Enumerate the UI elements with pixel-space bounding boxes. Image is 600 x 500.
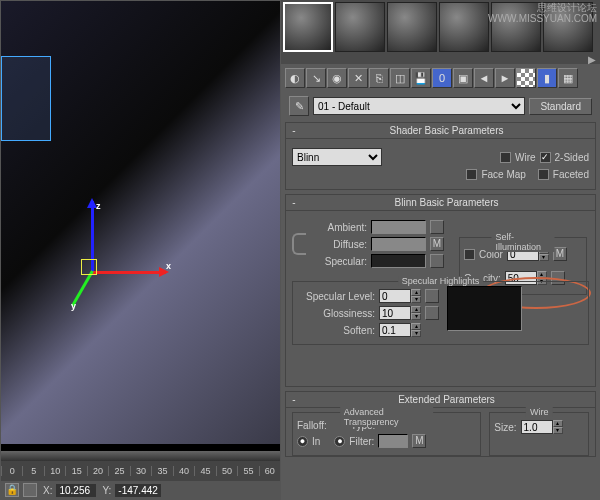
time-slider[interactable] xyxy=(1,451,280,461)
watermark: 思维设计论坛 WWW.MISSYUAN.COM xyxy=(488,2,597,24)
spec-level-map-button[interactable] xyxy=(425,289,439,303)
material-toolbar: ◐ ↘ ◉ ✕ ⎘ ◫ 💾 0 ▣ ◄ ► ▮ ▦ xyxy=(281,64,600,92)
reset-icon[interactable]: ✕ xyxy=(348,68,368,88)
material-slot-4[interactable] xyxy=(439,2,489,52)
assign-icon[interactable]: ◉ xyxy=(327,68,347,88)
axis-y-label: y xyxy=(71,301,76,311)
panel-title: Shader Basic Parameters xyxy=(300,125,593,136)
put-to-scene-icon[interactable]: ↘ xyxy=(306,68,326,88)
key-icon[interactable] xyxy=(23,483,37,497)
coord-y-value[interactable]: -147.442 xyxy=(115,484,160,497)
timeline-tick[interactable]: 35 xyxy=(151,466,172,476)
timeline-tick[interactable]: 60 xyxy=(259,466,280,476)
diffuse-swatch[interactable] xyxy=(371,237,426,251)
viewport-scene[interactable]: x y z xyxy=(1,1,280,444)
lock-ambient-diffuse-icon[interactable] xyxy=(292,233,306,255)
lock-icon[interactable]: 🔒 xyxy=(5,483,19,497)
faceted-checkbox[interactable] xyxy=(538,169,549,180)
material-name-dropdown[interactable]: 01 - Default xyxy=(313,97,525,115)
coord-x-value[interactable]: 10.256 xyxy=(56,484,96,497)
glossiness-spinner[interactable]: ▴▾ xyxy=(379,306,421,320)
timeline-tick[interactable]: 0 xyxy=(1,466,22,476)
panel-title: Blinn Basic Parameters xyxy=(300,197,593,208)
wire-size-spinner[interactable]: ▴▾ xyxy=(521,420,563,434)
material-slot-2[interactable] xyxy=(335,2,385,52)
filter-map-button[interactable]: M xyxy=(412,434,426,448)
panel-title: Extended Parameters xyxy=(300,394,593,405)
timeline-tick[interactable]: 55 xyxy=(237,466,258,476)
axis-x[interactable] xyxy=(91,271,166,274)
timeline-tick[interactable]: 40 xyxy=(173,466,194,476)
collapse-icon[interactable]: - xyxy=(288,394,300,405)
pick-material-icon[interactable]: ✎ xyxy=(289,96,309,116)
filter-swatch[interactable] xyxy=(378,434,408,448)
get-material-icon[interactable]: ◐ xyxy=(285,68,305,88)
specular-highlights-group: Specular Highlights Specular Level:▴▾ Gl… xyxy=(292,281,589,345)
make-copy-icon[interactable]: ⎘ xyxy=(369,68,389,88)
axis-x-label: x xyxy=(166,261,171,271)
wire-checkbox[interactable] xyxy=(500,152,511,163)
timeline-tick[interactable]: 20 xyxy=(87,466,108,476)
coord-y-label: Y: xyxy=(102,485,111,496)
shader-type-dropdown[interactable]: Blinn xyxy=(292,148,382,166)
scroll-right-icon[interactable]: ▶ xyxy=(588,54,596,64)
timeline-tick[interactable]: 45 xyxy=(194,466,215,476)
timeline-tick[interactable]: 15 xyxy=(65,466,86,476)
material-slot-3[interactable] xyxy=(387,2,437,52)
wire-group: Wire Size:▴▾ xyxy=(489,412,589,456)
specular-map-button[interactable] xyxy=(430,254,444,268)
falloff-in-radio[interactable]: ● xyxy=(297,436,308,447)
go-parent-icon[interactable]: ◄ xyxy=(474,68,494,88)
go-forward-icon[interactable]: ► xyxy=(495,68,515,88)
gizmo-origin[interactable] xyxy=(81,259,97,275)
material-type-button[interactable]: Standard xyxy=(529,98,592,115)
timeline-tick[interactable]: 50 xyxy=(216,466,237,476)
extended-params-panel: -Extended Parameters Advanced Transparen… xyxy=(285,391,596,457)
self-illum-map-button[interactable]: M xyxy=(553,247,567,261)
timeline-tick[interactable]: 5 xyxy=(22,466,43,476)
timeline-tick[interactable]: 30 xyxy=(130,466,151,476)
timeline-ruler[interactable]: 051015202530354045505560 xyxy=(1,461,280,481)
viewport-perspective[interactable]: istic ] x y z 051015202530354045505560 🔒… xyxy=(0,0,281,500)
material-id-icon[interactable]: 0 xyxy=(432,68,452,88)
type-filter-radio[interactable]: ● xyxy=(334,436,345,447)
show-end-result-icon[interactable]: ▣ xyxy=(453,68,473,88)
collapse-icon[interactable]: - xyxy=(288,125,300,136)
two-sided-checkbox[interactable]: ✓ xyxy=(540,152,551,163)
make-unique-icon[interactable]: ◫ xyxy=(390,68,410,88)
axis-z-label: z xyxy=(96,201,101,211)
collapse-icon[interactable]: - xyxy=(288,197,300,208)
face-map-checkbox[interactable] xyxy=(466,169,477,180)
soften-spinner[interactable]: ▴▾ xyxy=(379,323,421,337)
specular-level-spinner[interactable]: ▴▾ xyxy=(379,289,421,303)
highlight-preview xyxy=(447,286,522,331)
ambient-swatch[interactable] xyxy=(371,220,426,234)
material-editor: 思维设计论坛 WWW.MISSYUAN.COM ▶ ◐ ↘ ◉ ✕ ⎘ ◫ 💾 … xyxy=(281,0,600,500)
specular-swatch[interactable] xyxy=(371,254,426,268)
background-icon[interactable]: ▮ xyxy=(537,68,557,88)
status-bar: 🔒 X: 10.256 Y: -147.442 xyxy=(1,481,280,499)
put-to-library-icon[interactable]: 💾 xyxy=(411,68,431,88)
ambient-map-button[interactable] xyxy=(430,220,444,234)
timeline-tick[interactable]: 10 xyxy=(44,466,65,476)
material-name-row: ✎ 01 - Default Standard xyxy=(281,92,600,120)
gloss-map-button[interactable] xyxy=(425,306,439,320)
options-icon[interactable]: ▦ xyxy=(558,68,578,88)
blinn-basic-panel: -Blinn Basic Parameters Ambient: Diffuse… xyxy=(285,194,596,387)
timeline-tick[interactable]: 25 xyxy=(108,466,129,476)
show-map-icon[interactable] xyxy=(516,68,536,88)
material-slot-1[interactable] xyxy=(283,2,333,52)
transform-gizmo[interactable]: x y z xyxy=(56,201,176,321)
scene-object[interactable] xyxy=(1,56,51,141)
shader-basic-panel: -Shader Basic Parameters Blinn Wire ✓2-S… xyxy=(285,122,596,190)
coord-x-label: X: xyxy=(43,485,52,496)
advanced-transparency-group: Advanced Transparency Falloff: Type: ●In… xyxy=(292,412,481,456)
diffuse-map-button[interactable]: M xyxy=(430,237,444,251)
self-illum-color-checkbox[interactable] xyxy=(464,249,475,260)
